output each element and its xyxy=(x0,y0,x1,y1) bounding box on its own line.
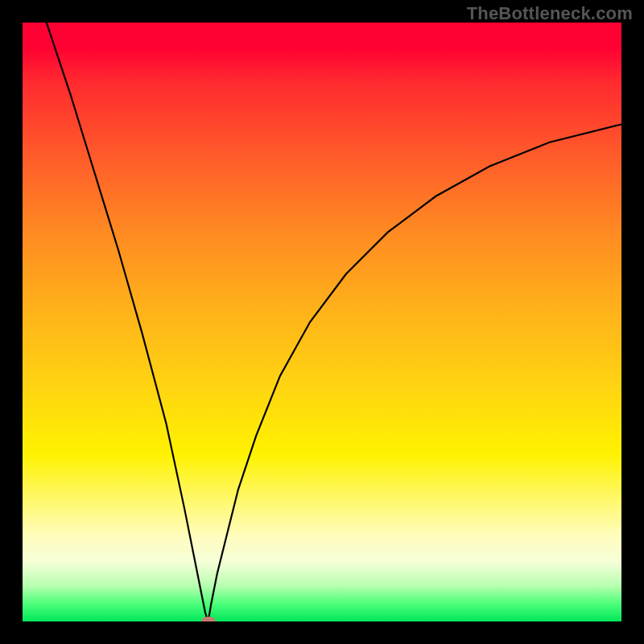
curve-svg xyxy=(23,23,621,621)
curve-left-branch xyxy=(47,23,208,621)
minimum-marker xyxy=(201,617,216,621)
watermark-text: TheBottleneck.com xyxy=(467,3,633,24)
plot-area xyxy=(23,23,621,621)
curve-right-branch xyxy=(208,124,621,621)
chart-frame: TheBottleneck.com xyxy=(0,0,644,644)
